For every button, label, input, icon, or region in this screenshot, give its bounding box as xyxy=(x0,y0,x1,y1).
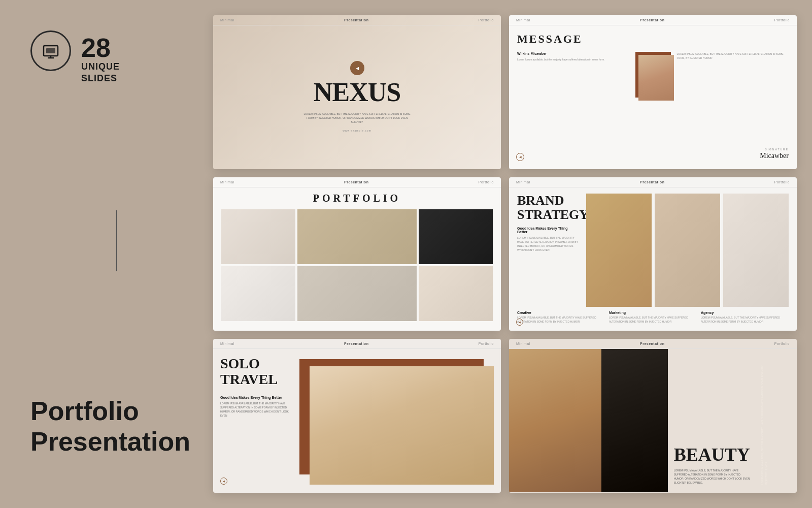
travel-right xyxy=(299,356,494,485)
slide4-header-left: Minimal xyxy=(516,180,530,184)
message-left: Wilkins Micawber Lorem Ipsum available, … xyxy=(517,52,629,98)
slide1-header-center: Presentation xyxy=(344,18,368,22)
nexus-play-icon xyxy=(350,61,364,75)
message-title: MESSAGE xyxy=(517,33,789,46)
slide6-header-left: Minimal xyxy=(516,342,530,345)
slide6-header-right: Portfolio xyxy=(774,342,790,345)
beauty-photo-left xyxy=(509,349,601,492)
divider xyxy=(116,210,117,271)
brand-col2-text: LOREM IPSUM AVAILABLE, BUT THE MAJORITY … xyxy=(609,316,697,324)
message-logo: ◀ xyxy=(516,153,524,161)
portfolio-cell-6 xyxy=(419,266,493,321)
portfolio-title: PORTFOLIO xyxy=(221,193,493,204)
slide5-header: Minimal Presentation Portfolio xyxy=(213,339,501,349)
bottom-title: Portfolio Presentation xyxy=(30,396,193,467)
slide1-header: Minimal Presentation Portfolio xyxy=(213,15,501,25)
slide1-content: NEXUS LOREM IPSUM AVAILABLE, BUT THE MAJ… xyxy=(213,25,501,168)
travel-title: SOLO TRAVEL xyxy=(220,356,291,388)
signature-label: SIGNATURE xyxy=(760,148,789,151)
slide2-content: MESSAGE Wilkins Micawber Lorem Ipsum ava… xyxy=(509,25,797,168)
badge-number: 28 xyxy=(81,35,120,61)
portfolio-cell-2 xyxy=(297,209,416,264)
slide1-header-left: Minimal xyxy=(220,18,234,22)
person-text: Lorem Ipsum available, but the majority … xyxy=(517,57,629,61)
slide-travel[interactable]: Minimal Presentation Portfolio SOLO TRAV… xyxy=(213,339,501,493)
brand-col1-title: Creative xyxy=(517,311,605,314)
brand-strategy-title: BRAND STRATEGY xyxy=(517,194,578,223)
travel-subtitle: Good Idea Makes Every Thing Better xyxy=(220,396,291,399)
beauty-right-text-content: LOREM IPSUM AVAILABLE, BUT THE MAJORITY … xyxy=(760,356,768,485)
portfolio-cell-1 xyxy=(221,209,295,264)
message-body: Wilkins Micawber Lorem Ipsum available, … xyxy=(517,52,789,98)
slide6-content: BEAUTY LOREM IPSUM AVAILABLE, BUT THE MA… xyxy=(509,349,797,492)
portfolio-cell-4 xyxy=(221,266,295,321)
slide3-header-center: Presentation xyxy=(344,180,368,184)
brand-photo-2 xyxy=(655,194,720,307)
nexus-subtitle: LOREM IPSUM AVAILABLE, BUT THE MAJORITY … xyxy=(301,112,413,124)
badge-text: 28 UNIQUE SLIDES xyxy=(81,30,120,85)
badge-label: UNIQUE SLIDES xyxy=(81,61,120,85)
brand-col3-text: LOREM IPSUM AVAILABLE, BUT THE MAJORITY … xyxy=(701,316,789,324)
person-name: Wilkins Micawber xyxy=(517,52,629,55)
brand-photo-1 xyxy=(586,194,652,307)
slide2-header-right: Portfolio xyxy=(774,18,790,22)
brand-left: BRAND STRATEGY Good Idea Makes Every Thi… xyxy=(517,194,578,307)
signature-block: SIGNATURE Micawber xyxy=(760,148,789,160)
slide3-header: Minimal Presentation Portfolio xyxy=(213,177,501,187)
slide1-header-right: Portfolio xyxy=(479,18,494,22)
slide-brand[interactable]: Minimal Presentation Portfolio BRAND STR… xyxy=(509,177,797,331)
left-panel: 28 UNIQUE SLIDES Portfolio Presentation xyxy=(0,0,213,508)
brand-bottom: Creative LOREM IPSUM AVAILABLE, BUT THE … xyxy=(517,307,789,324)
message-photo xyxy=(638,55,674,101)
brand-photo-3 xyxy=(723,194,789,307)
slide3-content: PORTFOLIO xyxy=(213,187,501,330)
brand-col-agency: Agency LOREM IPSUM AVAILABLE, BUT THE MA… xyxy=(701,311,789,324)
nexus-url: www.example.com xyxy=(343,129,371,132)
portfolio-cell-5 xyxy=(297,266,416,321)
slide-beauty[interactable]: Minimal Presentation Portfolio BEAUTY LO… xyxy=(509,339,797,493)
slide3-header-right: Portfolio xyxy=(479,180,494,184)
slide5-content: SOLO TRAVEL Good Idea Makes Every Thing … xyxy=(213,349,501,492)
nexus-title: NEXUS xyxy=(314,79,400,106)
photo-placeholder xyxy=(638,55,674,101)
svg-rect-1 xyxy=(46,48,55,53)
brand-col3-title: Agency xyxy=(701,311,789,314)
beauty-right-text: LOREM IPSUM AVAILABLE, BUT THE MAJORITY … xyxy=(756,349,797,492)
beauty-title: BEAUTY xyxy=(674,444,750,465)
slides-grid: Minimal Presentation Portfolio NEXUS LOR… xyxy=(213,15,797,493)
slide4-header-center: Presentation xyxy=(640,180,664,184)
message-right-text: LOREM IPSUM AVAILABLE, BUT THE MAJORITY … xyxy=(677,52,789,98)
brand-col1-text: LOREM IPSUM AVAILABLE, BUT THE MAJORITY … xyxy=(517,316,605,324)
brand-col-marketing: Marketing LOREM IPSUM AVAILABLE, BUT THE… xyxy=(609,311,697,324)
badge-container: 28 UNIQUE SLIDES xyxy=(30,30,193,85)
slide-nexus[interactable]: Minimal Presentation Portfolio NEXUS LOR… xyxy=(213,15,501,169)
beauty-desc: LOREM IPSUM AVAILABLE, BUT THE MAJORITY … xyxy=(674,468,750,485)
main-title: Portfolio Presentation xyxy=(30,396,193,457)
portfolio-grid xyxy=(221,209,493,322)
slide4-content: BRAND STRATEGY Good Idea Makes Every Thi… xyxy=(509,187,797,330)
brand-photos xyxy=(586,194,789,307)
slide4-header-right: Portfolio xyxy=(774,180,790,184)
brand-col2-title: Marketing xyxy=(609,311,697,314)
slide2-header: Minimal Presentation Portfolio xyxy=(509,15,797,25)
slide3-header-left: Minimal xyxy=(220,180,234,184)
slide6-header: Minimal Presentation Portfolio xyxy=(509,339,797,349)
slide-message[interactable]: Minimal Presentation Portfolio MESSAGE W… xyxy=(509,15,797,169)
signature-name: Micawber xyxy=(760,152,789,160)
brand-col-creative: Creative LOREM IPSUM AVAILABLE, BUT THE … xyxy=(517,311,605,324)
slide4-header: Minimal Presentation Portfolio xyxy=(509,177,797,187)
slide-portfolio[interactable]: Minimal Presentation Portfolio PORTFOLIO xyxy=(213,177,501,331)
travel-logo: ◀ xyxy=(220,478,227,485)
beauty-text-panel: BEAUTY LOREM IPSUM AVAILABLE, BUT THE MA… xyxy=(668,349,756,492)
presentation-icon xyxy=(42,42,60,60)
message-photo-frame xyxy=(635,52,671,98)
portfolio-cell-3 xyxy=(419,209,493,264)
travel-left: SOLO TRAVEL Good Idea Makes Every Thing … xyxy=(220,356,291,485)
slide5-header-center: Presentation xyxy=(344,342,368,345)
brand-desc: LOREM IPSUM AVAILABLE, BUT THE MAJORITY … xyxy=(517,236,578,252)
slide2-header-center: Presentation xyxy=(640,18,664,22)
slide5-header-right: Portfolio xyxy=(479,342,494,345)
slide5-header-left: Minimal xyxy=(220,342,234,345)
badge-icon xyxy=(30,30,71,71)
travel-text: LOREM IPSUM AVAILABLE, BUT THE MAJORITY … xyxy=(220,401,291,418)
